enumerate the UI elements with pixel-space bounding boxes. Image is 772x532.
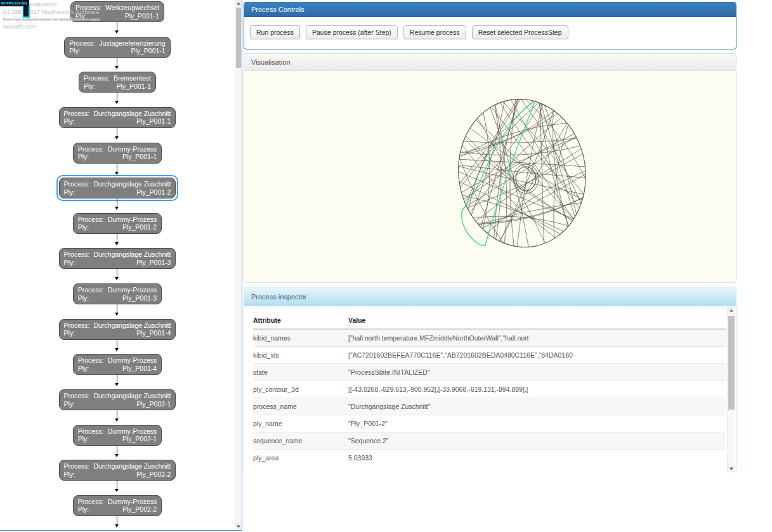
- process-inspector-panel: Process inspector Attribute Value kibid_…: [244, 287, 736, 472]
- fps-badge: 60 FPS (11-60): [0, 0, 29, 6]
- process-node[interactable]: Process: Justagereferenzierung Ply: Ply_…: [64, 37, 170, 58]
- visualisation-header: Visualisation: [244, 54, 736, 71]
- scroll-down-button[interactable]: [728, 465, 735, 472]
- ply-name: Ply_P002-2: [122, 505, 157, 514]
- inspector-table-viewport[interactable]: Attribute Value kibid_names ["hall.north…: [244, 306, 736, 473]
- arrow-down-icon: [729, 467, 733, 472]
- process-label: Process:: [78, 498, 104, 506]
- process-name: Durchgangslage Zuschnitt: [93, 110, 171, 118]
- process-name: Dummy-Prozess: [108, 286, 157, 294]
- ply-label: Ply:: [64, 329, 75, 337]
- flow-link-arrow: [117, 127, 117, 138]
- process-node[interactable]: Process: Durchgangslage Zuschnitt Ply: P…: [59, 460, 176, 481]
- process-label: Process:: [69, 39, 95, 48]
- table-row: kibid_names ["hall.north.temperature.MFZ…: [253, 329, 726, 347]
- flow-link-arrow: [117, 480, 117, 491]
- flow-link-arrow: [117, 268, 117, 279]
- panel-title: Visualisation: [251, 58, 291, 66]
- process-name: Werkzeugwechsel: [105, 4, 159, 12]
- ply-label: Ply:: [78, 505, 89, 514]
- ply-label: Ply:: [64, 188, 75, 197]
- visualisation-canvas[interactable]: [244, 71, 736, 282]
- process-label: Process:: [64, 321, 90, 330]
- ply-name: Ply_P001-1: [122, 153, 157, 161]
- app-window: GoJS 1.8 evaluation (c) 1998-2017 Northw…: [0, 0, 772, 532]
- scroll-up-button[interactable]: [728, 307, 735, 314]
- process-node[interactable]: Process: Dummy-Prozess Ply: Ply_P002-2: [73, 495, 162, 516]
- process-node[interactable]: Process: Dummy-Prozess Ply: Ply_P001-4: [73, 354, 162, 375]
- process-controls-panel: Process Controls Run processPause proces…: [244, 2, 736, 49]
- table-row: ply_area 5.03933: [253, 450, 726, 467]
- watermark-line: nwoods.com: [3, 23, 100, 30]
- process-node[interactable]: Process: Dummy-Prozess Ply: Ply_P001-2: [73, 213, 162, 234]
- process-label: Process:: [78, 216, 104, 224]
- flow-link-arrow: [117, 233, 117, 244]
- process-node[interactable]: Process: Durchgangslage Zuschnitt Ply: P…: [59, 248, 176, 269]
- ply-label: Ply:: [78, 223, 89, 231]
- ply-label: Ply:: [64, 259, 75, 267]
- arrow-up-icon: [237, 0, 240, 4]
- diagram-scrollbar[interactable]: [235, 0, 242, 530]
- ply-name: Ply_P001-2: [122, 223, 157, 231]
- process-name: Durchgangslage Zuschnitt: [93, 180, 171, 188]
- process-node[interactable]: Process: Dummy-Prozess Ply: Ply_P002-1: [73, 425, 162, 446]
- attribute-table: Attribute Value kibid_names ["hall.north…: [253, 313, 726, 466]
- process-label: Process:: [84, 74, 110, 82]
- process-label: Process:: [78, 145, 104, 153]
- flow-link-arrow: [117, 339, 117, 350]
- process-label: Process:: [64, 250, 90, 259]
- attribute-value: "Durchgangslage Zuschnitt": [348, 398, 726, 415]
- process-flow-diagram[interactable]: GoJS 1.8 evaluation (c) 1998-2017 Northw…: [0, 0, 242, 531]
- arrow-down-icon: [237, 525, 240, 529]
- process-name: Durchgangslage Zuschnitt: [93, 321, 171, 330]
- button-resume-process[interactable]: Resume process: [403, 25, 466, 39]
- inspector-scrollbar[interactable]: [727, 307, 735, 472]
- ply-wireframe-visualization: [244, 71, 736, 282]
- ply-name: Ply_P001-2: [136, 188, 171, 197]
- process-label: Process:: [64, 392, 90, 400]
- watermark-line: Not for distribution or production use: [3, 15, 100, 23]
- attribute-value: ["AC7201602BEFEA770C116E","AB7201602BEDA…: [348, 347, 726, 364]
- process-node[interactable]: Process: Bremsentest Ply: Ply_P001-1: [79, 72, 156, 93]
- button-reset-selected-processstep[interactable]: Reset selected ProcessStep: [472, 25, 568, 39]
- attribute-name: process_name: [253, 398, 348, 415]
- ply-label: Ply:: [64, 470, 75, 479]
- process-node[interactable]: Process: Durchgangslage Zuschnitt Ply: P…: [59, 178, 176, 198]
- process-name: Dummy-Prozess: [108, 498, 157, 506]
- process-name: Justagereferenzierung: [99, 39, 165, 48]
- attribute-value: "ProcessState.INITALIZED": [348, 364, 726, 381]
- process-node[interactable]: Process: Dummy-Prozess Ply: Ply_P001-3: [73, 283, 162, 304]
- attribute-value: "Ply_P001-2": [348, 415, 726, 432]
- attribute-name: kibid_names: [253, 329, 348, 347]
- visualisation-panel: Visualisation: [244, 53, 736, 283]
- attribute-value: [[-43.0268,-629.613,-900.952],[-33.9068,…: [348, 381, 726, 398]
- flow-link-arrow: [117, 198, 117, 209]
- ply-name: Ply_P002-1: [136, 400, 171, 408]
- process-name: Dummy-Prozess: [108, 216, 157, 224]
- attribute-name: ply_contour_3d: [253, 381, 348, 398]
- process-node[interactable]: Process: Durchgangslage Zuschnitt Ply: P…: [59, 389, 176, 410]
- process-node[interactable]: Process: Durchgangslage Zuschnitt Ply: P…: [59, 319, 176, 340]
- table-row: sequence_name "Sequence.2": [253, 432, 726, 450]
- process-node[interactable]: Process: Dummy-Prozess Ply: Ply_P001-1: [73, 143, 162, 164]
- process-label: Process:: [78, 356, 104, 365]
- table-row: process_name "Durchgangslage Zuschnitt": [253, 398, 726, 415]
- scroll-down-button[interactable]: [235, 523, 242, 530]
- scrollbar-thumb[interactable]: [728, 316, 735, 410]
- table-row: state "ProcessState.INITALIZED": [253, 364, 726, 381]
- flow-link-arrow: [117, 92, 117, 103]
- process-name: Dummy-Prozess: [108, 145, 157, 153]
- flow-link-arrow: [117, 304, 117, 315]
- process-label: Process:: [78, 427, 104, 436]
- process-label: Process:: [64, 180, 90, 188]
- process-node[interactable]: Process: Durchgangslage Zuschnitt Ply: P…: [59, 107, 176, 128]
- controls-button-bar: Run processPause process (after Step)Res…: [244, 17, 736, 48]
- attribute-name: state: [253, 364, 348, 381]
- flow-link-arrow: [117, 57, 117, 68]
- ply-name: Ply_P001-3: [136, 259, 171, 267]
- button-run-process[interactable]: Run process: [250, 25, 300, 39]
- scrollbar-thumb[interactable]: [236, 8, 241, 68]
- button-pause-process-after-step[interactable]: Pause process (after Step): [306, 25, 398, 39]
- scroll-up-button[interactable]: [235, 0, 242, 7]
- flow-link-arrow: [117, 445, 117, 456]
